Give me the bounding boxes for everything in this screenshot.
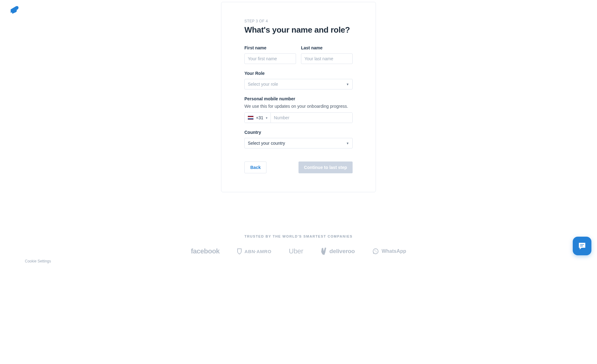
first-name-label: First name (244, 45, 296, 50)
role-label: Your Role (244, 71, 353, 76)
phone-field-group: Personal mobile number We use this for u… (244, 96, 353, 123)
whatsapp-logo: WhatsApp (372, 248, 406, 255)
country-select-placeholder: Select your country (248, 141, 285, 146)
phone-label: Personal mobile number (244, 96, 353, 101)
chevron-down-icon: ▼ (346, 83, 349, 86)
chat-widget-button[interactable] (573, 237, 591, 255)
country-select[interactable]: Select your country ▼ (244, 138, 353, 148)
last-name-field-group: Last name (301, 45, 353, 64)
whatsapp-wordmark: WhatsApp (382, 248, 406, 254)
uber-wordmark: Uber (289, 247, 303, 255)
app-logo[interactable] (9, 5, 20, 16)
facebook-logo: facebook (191, 248, 220, 255)
svg-rect-1 (580, 244, 584, 245)
uber-logo: Uber (289, 248, 303, 255)
phone-help-text: We use this for updates on your onboardi… (244, 104, 353, 109)
deliveroo-wordmark: deliveroo (329, 248, 355, 255)
chat-icon (577, 241, 587, 251)
continue-button[interactable]: Continue to last step (298, 162, 353, 173)
back-button[interactable]: Back (244, 162, 266, 173)
country-field-group: Country Select your country ▼ (244, 130, 353, 148)
role-select-placeholder: Select your role (248, 82, 278, 87)
phone-country-code-select[interactable]: +31 ▾ (245, 113, 271, 123)
role-select[interactable]: Select your role ▼ (244, 79, 353, 89)
cookie-settings-link[interactable]: Cookie Settings (25, 259, 51, 263)
deliveroo-logo: deliveroo (321, 248, 355, 255)
netherlands-flag-icon (248, 116, 253, 120)
chevron-down-icon: ▼ (346, 142, 349, 145)
trusted-by-section: TRUSTED BY THE WORLD'S SMARTEST COMPANIE… (0, 234, 597, 255)
phone-number-input[interactable] (271, 113, 352, 123)
onboarding-card: STEP 3 OF 4 What's your name and role? F… (221, 2, 376, 192)
deliveroo-icon (321, 248, 327, 255)
page-title: What's your name and role? (244, 25, 353, 35)
abn-amro-wordmark: ABN·AMRO (244, 249, 271, 254)
facebook-wordmark: facebook (191, 247, 220, 255)
last-name-input[interactable] (301, 53, 353, 64)
last-name-label: Last name (301, 45, 353, 50)
partner-logos-row: facebook ABN·AMRO Uber deliveroo WhatsAp… (0, 248, 597, 255)
phone-country-code-value: +31 (256, 115, 263, 120)
form-actions: Back Continue to last step (244, 162, 353, 173)
step-indicator: STEP 3 OF 4 (244, 19, 353, 23)
phone-input-wrap: +31 ▾ (244, 112, 353, 123)
first-name-field-group: First name (244, 45, 296, 64)
abn-amro-logo: ABN·AMRO (237, 248, 271, 255)
whatsapp-icon (372, 248, 379, 255)
country-label: Country (244, 130, 353, 135)
chevron-down-icon: ▾ (266, 116, 267, 120)
role-field-group: Your Role Select your role ▼ (244, 71, 353, 89)
shield-icon (237, 248, 242, 254)
first-name-input[interactable] (244, 53, 296, 64)
trusted-by-label: TRUSTED BY THE WORLD'S SMARTEST COMPANIE… (0, 234, 597, 238)
svg-rect-2 (580, 246, 583, 246)
